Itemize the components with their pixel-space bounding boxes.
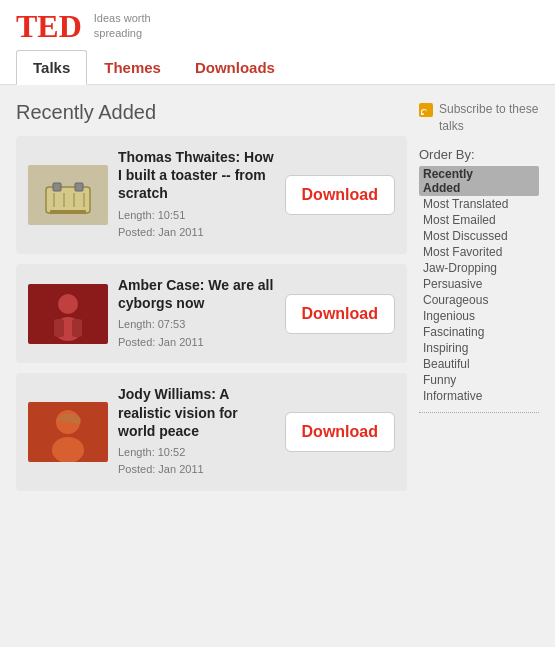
subscribe-area: Subscribe to these talks	[419, 101, 539, 135]
talk-card: Thomas Thwaites: How I built a toaster -…	[16, 136, 407, 254]
svg-rect-3	[75, 183, 83, 191]
tab-downloads[interactable]: Downloads	[178, 50, 292, 84]
section-title: Recently Added	[16, 101, 407, 124]
download-button[interactable]: Download	[285, 175, 395, 215]
order-option-inspiring[interactable]: Inspiring	[419, 340, 539, 356]
svg-rect-1	[46, 187, 90, 213]
order-option-most-translated[interactable]: Most Translated	[419, 196, 539, 212]
order-option-most-emailed[interactable]: Most Emailed	[419, 212, 539, 228]
tagline: Ideas worth spreading	[94, 11, 151, 42]
order-option-jaw-dropping[interactable]: Jaw-Dropping	[419, 260, 539, 276]
sidebar-divider	[419, 412, 539, 413]
order-option-most-discussed[interactable]: Most Discussed	[419, 228, 539, 244]
talk-length: Length: 10:51	[118, 207, 275, 225]
content-area: Recently Added Thomas Thwaites:	[16, 101, 407, 501]
nav-tabs: Talks Themes Downloads	[16, 50, 539, 84]
download-button[interactable]: Download	[285, 412, 395, 452]
svg-rect-4	[50, 210, 86, 214]
download-button[interactable]: Download	[285, 294, 395, 334]
thumbnail-amber	[28, 284, 108, 344]
tab-themes[interactable]: Themes	[87, 50, 178, 84]
order-option-persuasive[interactable]: Persuasive	[419, 276, 539, 292]
order-option-most-favorited[interactable]: Most Favorited	[419, 244, 539, 260]
talk-title: Thomas Thwaites: How I built a toaster -…	[118, 148, 275, 203]
talk-title: Amber Case: We are all cyborgs now	[118, 276, 275, 312]
talk-posted: Posted: Jan 2011	[118, 334, 275, 352]
order-option-funny[interactable]: Funny	[419, 372, 539, 388]
svg-rect-13	[72, 319, 82, 337]
ted-logo: TED	[16, 10, 82, 42]
talk-length: Length: 10:52	[118, 444, 275, 462]
order-by-label: Order By:	[419, 147, 539, 162]
rss-icon	[419, 103, 433, 117]
talk-posted: Posted: Jan 2011	[118, 224, 275, 242]
talk-info: Amber Case: We are all cyborgs now Lengt…	[118, 276, 275, 352]
order-option-informative[interactable]: Informative	[419, 388, 539, 404]
svg-point-16	[52, 437, 84, 462]
subscribe-text: Subscribe to these talks	[439, 101, 539, 135]
talk-info: Thomas Thwaites: How I built a toaster -…	[118, 148, 275, 242]
main-area: Recently Added Thomas Thwaites:	[0, 85, 555, 517]
talk-card: Amber Case: We are all cyborgs now Lengt…	[16, 264, 407, 364]
tab-talks[interactable]: Talks	[16, 50, 87, 85]
header: TED Ideas worth spreading Talks Themes D…	[0, 0, 555, 85]
svg-rect-2	[53, 183, 61, 191]
talk-title: Jody Williams: A realistic vision for wo…	[118, 385, 275, 440]
order-list: RecentlyAdded Most Translated Most Email…	[419, 166, 539, 404]
talk-posted: Posted: Jan 2011	[118, 461, 275, 479]
talk-length: Length: 07:53	[118, 316, 275, 334]
svg-point-10	[58, 294, 78, 314]
sidebar: Subscribe to these talks Order By: Recen…	[419, 101, 539, 501]
order-option-courageous[interactable]: Courageous	[419, 292, 539, 308]
header-top: TED Ideas worth spreading	[16, 10, 539, 42]
order-option-beautiful[interactable]: Beautiful	[419, 356, 539, 372]
thumbnail-jody	[28, 402, 108, 462]
svg-rect-12	[54, 319, 64, 337]
order-option-ingenious[interactable]: Ingenious	[419, 308, 539, 324]
talk-card: Jody Williams: A realistic vision for wo…	[16, 373, 407, 491]
order-option-recently-added[interactable]: RecentlyAdded	[419, 166, 539, 196]
talk-info: Jody Williams: A realistic vision for wo…	[118, 385, 275, 479]
thumbnail-thomas	[28, 165, 108, 225]
order-option-fascinating[interactable]: Fascinating	[419, 324, 539, 340]
